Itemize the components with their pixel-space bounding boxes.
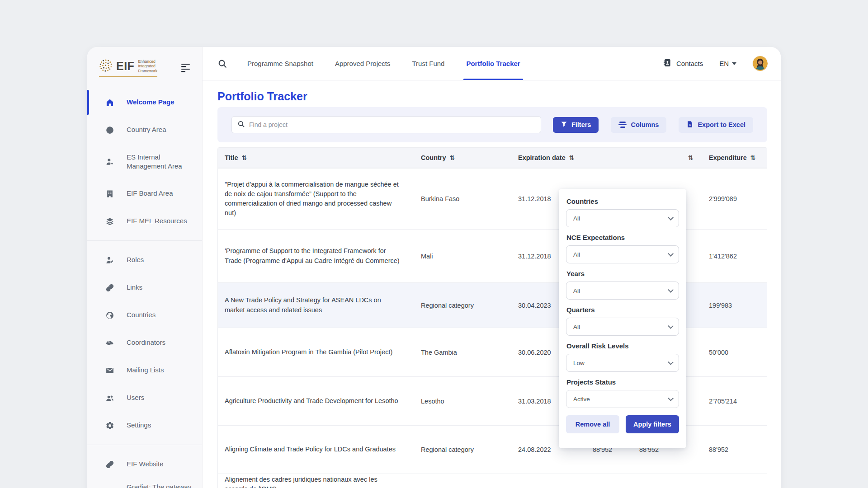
filter-label-overall-risk-levels: Overall Risk Levels	[566, 342, 679, 350]
brand-tagline: EnhancedIntegratedFramework	[138, 59, 157, 74]
chevron-down-icon	[668, 287, 674, 293]
sidebar-item-users[interactable]: Users	[87, 384, 202, 412]
sidebar-item-es-internal-management[interactable]: ES Internal Management Area	[87, 144, 202, 180]
filter-select-nce-expectations[interactable]: All	[566, 245, 679, 263]
sidebar-item-label: Mailing Lists	[127, 366, 164, 375]
users-icon	[105, 393, 114, 403]
tab-trust-fund[interactable]: Trust Fund	[412, 47, 444, 80]
globe-icon	[105, 125, 114, 135]
sidebar-item-label: Welcome Page	[127, 98, 175, 107]
remove-all-button[interactable]: Remove all	[566, 415, 619, 433]
sidebar-header: EIF EnhancedIntegratedFramework	[87, 47, 202, 89]
sidebar-item-eif-mel-resources[interactable]: EIF MEL Resources	[87, 207, 202, 235]
table-row[interactable]: Alignement des cadres juridiques nationa…	[218, 474, 767, 488]
chevron-down-icon	[668, 251, 674, 257]
chevron-down-icon	[668, 395, 674, 401]
link-icon	[105, 460, 114, 469]
filter-select-overall-risk-levels[interactable]: Low	[566, 354, 679, 372]
column-header-partially-hidden[interactable]: ⇅	[639, 155, 709, 161]
filter-select-projects-status[interactable]: Active	[566, 390, 679, 408]
export-to-excel-button[interactable]: x Export to Excel	[679, 117, 753, 133]
filter-select-quarters[interactable]: All	[566, 318, 679, 336]
sidebar-item-label: EIF MEL Resources	[127, 216, 187, 225]
sidebar-item-label: Settings	[127, 421, 151, 430]
column-header-country[interactable]: Country⇅	[421, 154, 518, 161]
sidebar-nav: Welcome Page Country Area ES Internal Ma…	[87, 89, 202, 488]
tab-approved-projects[interactable]: Approved Projects	[335, 47, 391, 80]
filters-button[interactable]: Filters	[553, 117, 599, 133]
funnel-icon	[561, 121, 567, 129]
sidebar-item-label: Users	[127, 393, 144, 402]
language-selector[interactable]: EN	[719, 60, 736, 67]
sidebar-item-eif-website[interactable]: EIF Website	[87, 450, 202, 478]
sidebar-item-welcome-page[interactable]: Welcome Page	[87, 89, 202, 116]
filter-label-nce-expectations: NCE Expectations	[566, 234, 679, 241]
filter-select-years[interactable]: All	[566, 282, 679, 300]
sidebar-item-links[interactable]: Links	[87, 274, 202, 301]
columns-icon	[618, 120, 627, 129]
sidebar-item-eif-board-area[interactable]: EIF Board Area	[87, 180, 202, 207]
page-title: Portfolio Tracker	[217, 90, 767, 103]
tab-programme-snapshot[interactable]: Programme Snapshot	[247, 47, 313, 80]
sidebar-item-roles[interactable]: Roles	[87, 246, 202, 274]
gear-icon	[105, 421, 114, 430]
sidebar-item-label: EIF Website	[127, 460, 163, 469]
active-indicator	[87, 90, 89, 115]
sidebar-item-gradiet[interactable]: Gradiet: The gateway to	[87, 478, 202, 488]
brand-name: EIF	[116, 61, 134, 72]
sidebar-item-label: Countries	[127, 310, 156, 319]
sort-icon[interactable]: ⇅	[242, 155, 247, 161]
sidebar-item-countries[interactable]: Countries	[87, 301, 202, 329]
sidebar-item-mailing-lists[interactable]: Mailing Lists	[87, 357, 202, 384]
globe-africa-icon	[105, 310, 114, 320]
sidebar-item-label: Country Area	[127, 125, 166, 134]
sidebar-item-label: ES Internal Management Area	[127, 153, 196, 171]
sidebar-item-coordinators[interactable]: Coordinators	[87, 329, 202, 357]
sidebar-item-country-area[interactable]: Country Area	[87, 116, 202, 144]
filter-label-countries: Countries	[566, 197, 679, 205]
sort-icon[interactable]: ⇅	[450, 155, 455, 161]
chevron-down-icon	[668, 359, 674, 365]
sort-icon[interactable]: ⇅	[750, 155, 756, 161]
main-area: Programme Snapshot Approved Projects Tru…	[203, 47, 781, 488]
sort-icon[interactable]: ⇅	[688, 155, 693, 161]
sidebar-toggle-button[interactable]	[181, 62, 192, 74]
chevron-down-icon	[668, 215, 674, 221]
toolbar-buttons: Filters Columns x Export to Excel	[553, 117, 753, 133]
content: Portfolio Tracker Filters	[203, 90, 781, 488]
sidebar-item-settings[interactable]: Settings	[87, 412, 202, 439]
sidebar-divider	[87, 445, 202, 445]
user-avatar[interactable]	[753, 56, 768, 71]
eif-logo: EIF EnhancedIntegratedFramework	[99, 59, 157, 77]
column-header-expenditure[interactable]: Expenditure⇅	[709, 154, 768, 161]
table-header-row: Title⇅ Country⇅ Expiration date⇅ ⇅ Expen…	[218, 148, 767, 168]
envelope-icon	[105, 366, 114, 375]
home-icon	[105, 98, 114, 107]
sort-icon[interactable]: ⇅	[569, 155, 575, 161]
chevron-down-icon	[732, 62, 736, 65]
sidebar: EIF EnhancedIntegratedFramework Welcome …	[87, 47, 203, 488]
column-header-expiration-date[interactable]: Expiration date⇅	[518, 154, 593, 161]
contacts-button[interactable]: Contacts	[663, 58, 703, 69]
columns-button[interactable]: Columns	[611, 117, 666, 133]
top-tabs: Programme Snapshot Approved Projects Tru…	[247, 47, 520, 80]
search-input[interactable]	[249, 121, 535, 128]
app-card: EIF EnhancedIntegratedFramework Welcome …	[87, 47, 781, 488]
apply-filters-button[interactable]: Apply filters	[626, 415, 679, 433]
excel-file-icon: x	[686, 121, 693, 129]
address-book-icon	[663, 58, 672, 69]
user-gear-icon	[105, 157, 114, 167]
sidebar-item-label: Gradiet: The gateway to	[127, 483, 196, 488]
sidebar-item-label: Links	[127, 283, 142, 292]
filter-select-countries[interactable]: All	[566, 209, 679, 227]
search-icon	[237, 120, 245, 130]
tab-portfolio-tracker[interactable]: Portfolio Tracker	[466, 47, 520, 80]
search-icon[interactable]	[217, 59, 227, 69]
column-header-title[interactable]: Title⇅	[218, 154, 421, 161]
contacts-label: Contacts	[676, 60, 703, 67]
top-header: Programme Snapshot Approved Projects Tru…	[203, 47, 781, 80]
filters-panel: Countries All NCE Expectations All Years…	[559, 189, 686, 448]
svg-text:x: x	[689, 123, 691, 126]
filter-label-quarters: Quarters	[566, 306, 679, 314]
eif-globe-dots-icon	[99, 59, 113, 74]
